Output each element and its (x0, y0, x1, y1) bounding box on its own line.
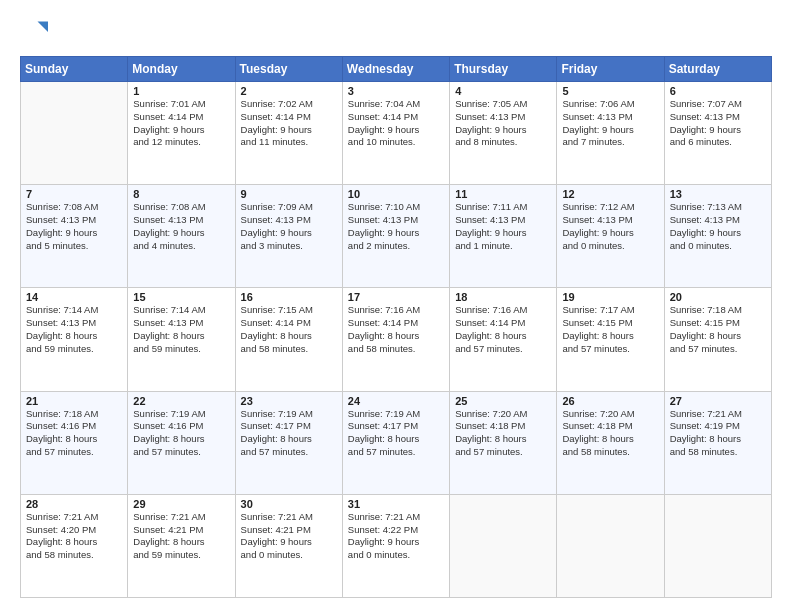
header-day-saturday: Saturday (664, 57, 771, 82)
week-row-2: 14Sunrise: 7:14 AM Sunset: 4:13 PM Dayli… (21, 288, 772, 391)
calendar-cell: 15Sunrise: 7:14 AM Sunset: 4:13 PM Dayli… (128, 288, 235, 391)
day-number: 8 (133, 188, 229, 200)
day-info: Sunrise: 7:18 AM Sunset: 4:16 PM Dayligh… (26, 408, 122, 459)
logo (20, 18, 52, 46)
day-number: 13 (670, 188, 766, 200)
day-info: Sunrise: 7:16 AM Sunset: 4:14 PM Dayligh… (455, 304, 551, 355)
day-number: 10 (348, 188, 444, 200)
calendar-cell: 8Sunrise: 7:08 AM Sunset: 4:13 PM Daylig… (128, 185, 235, 288)
calendar-cell (664, 494, 771, 597)
calendar-cell: 14Sunrise: 7:14 AM Sunset: 4:13 PM Dayli… (21, 288, 128, 391)
day-info: Sunrise: 7:08 AM Sunset: 4:13 PM Dayligh… (133, 201, 229, 252)
day-number: 2 (241, 85, 337, 97)
day-info: Sunrise: 7:14 AM Sunset: 4:13 PM Dayligh… (133, 304, 229, 355)
day-info: Sunrise: 7:16 AM Sunset: 4:14 PM Dayligh… (348, 304, 444, 355)
day-number: 21 (26, 395, 122, 407)
day-number: 14 (26, 291, 122, 303)
day-number: 30 (241, 498, 337, 510)
calendar-cell: 27Sunrise: 7:21 AM Sunset: 4:19 PM Dayli… (664, 391, 771, 494)
day-number: 24 (348, 395, 444, 407)
calendar-cell: 28Sunrise: 7:21 AM Sunset: 4:20 PM Dayli… (21, 494, 128, 597)
calendar-cell: 10Sunrise: 7:10 AM Sunset: 4:13 PM Dayli… (342, 185, 449, 288)
day-info: Sunrise: 7:06 AM Sunset: 4:13 PM Dayligh… (562, 98, 658, 149)
day-info: Sunrise: 7:19 AM Sunset: 4:16 PM Dayligh… (133, 408, 229, 459)
day-number: 11 (455, 188, 551, 200)
calendar-cell (21, 82, 128, 185)
day-number: 18 (455, 291, 551, 303)
day-number: 1 (133, 85, 229, 97)
day-number: 22 (133, 395, 229, 407)
calendar-cell: 20Sunrise: 7:18 AM Sunset: 4:15 PM Dayli… (664, 288, 771, 391)
day-info: Sunrise: 7:09 AM Sunset: 4:13 PM Dayligh… (241, 201, 337, 252)
day-info: Sunrise: 7:21 AM Sunset: 4:22 PM Dayligh… (348, 511, 444, 562)
calendar-cell: 7Sunrise: 7:08 AM Sunset: 4:13 PM Daylig… (21, 185, 128, 288)
day-info: Sunrise: 7:12 AM Sunset: 4:13 PM Dayligh… (562, 201, 658, 252)
calendar-cell: 16Sunrise: 7:15 AM Sunset: 4:14 PM Dayli… (235, 288, 342, 391)
svg-marker-0 (38, 22, 49, 33)
calendar-cell: 30Sunrise: 7:21 AM Sunset: 4:21 PM Dayli… (235, 494, 342, 597)
day-number: 31 (348, 498, 444, 510)
calendar-cell: 19Sunrise: 7:17 AM Sunset: 4:15 PM Dayli… (557, 288, 664, 391)
day-number: 17 (348, 291, 444, 303)
day-number: 12 (562, 188, 658, 200)
calendar-cell: 12Sunrise: 7:12 AM Sunset: 4:13 PM Dayli… (557, 185, 664, 288)
day-info: Sunrise: 7:17 AM Sunset: 4:15 PM Dayligh… (562, 304, 658, 355)
day-info: Sunrise: 7:01 AM Sunset: 4:14 PM Dayligh… (133, 98, 229, 149)
calendar-table: SundayMondayTuesdayWednesdayThursdayFrid… (20, 56, 772, 598)
calendar-cell: 2Sunrise: 7:02 AM Sunset: 4:14 PM Daylig… (235, 82, 342, 185)
calendar-cell: 6Sunrise: 7:07 AM Sunset: 4:13 PM Daylig… (664, 82, 771, 185)
day-info: Sunrise: 7:07 AM Sunset: 4:13 PM Dayligh… (670, 98, 766, 149)
calendar-cell (450, 494, 557, 597)
day-info: Sunrise: 7:21 AM Sunset: 4:20 PM Dayligh… (26, 511, 122, 562)
day-info: Sunrise: 7:21 AM Sunset: 4:21 PM Dayligh… (133, 511, 229, 562)
header-day-tuesday: Tuesday (235, 57, 342, 82)
calendar-cell: 24Sunrise: 7:19 AM Sunset: 4:17 PM Dayli… (342, 391, 449, 494)
day-info: Sunrise: 7:05 AM Sunset: 4:13 PM Dayligh… (455, 98, 551, 149)
day-number: 19 (562, 291, 658, 303)
header-day-thursday: Thursday (450, 57, 557, 82)
calendar-cell: 17Sunrise: 7:16 AM Sunset: 4:14 PM Dayli… (342, 288, 449, 391)
day-info: Sunrise: 7:19 AM Sunset: 4:17 PM Dayligh… (348, 408, 444, 459)
calendar-body: 1Sunrise: 7:01 AM Sunset: 4:14 PM Daylig… (21, 82, 772, 598)
calendar-cell: 25Sunrise: 7:20 AM Sunset: 4:18 PM Dayli… (450, 391, 557, 494)
day-info: Sunrise: 7:18 AM Sunset: 4:15 PM Dayligh… (670, 304, 766, 355)
day-number: 15 (133, 291, 229, 303)
week-row-3: 21Sunrise: 7:18 AM Sunset: 4:16 PM Dayli… (21, 391, 772, 494)
logo-icon (20, 18, 48, 46)
header-row: SundayMondayTuesdayWednesdayThursdayFrid… (21, 57, 772, 82)
day-number: 26 (562, 395, 658, 407)
day-info: Sunrise: 7:08 AM Sunset: 4:13 PM Dayligh… (26, 201, 122, 252)
day-info: Sunrise: 7:20 AM Sunset: 4:18 PM Dayligh… (455, 408, 551, 459)
day-info: Sunrise: 7:13 AM Sunset: 4:13 PM Dayligh… (670, 201, 766, 252)
day-number: 25 (455, 395, 551, 407)
calendar-cell (557, 494, 664, 597)
day-info: Sunrise: 7:14 AM Sunset: 4:13 PM Dayligh… (26, 304, 122, 355)
day-number: 16 (241, 291, 337, 303)
week-row-4: 28Sunrise: 7:21 AM Sunset: 4:20 PM Dayli… (21, 494, 772, 597)
calendar-cell: 9Sunrise: 7:09 AM Sunset: 4:13 PM Daylig… (235, 185, 342, 288)
calendar-cell: 3Sunrise: 7:04 AM Sunset: 4:14 PM Daylig… (342, 82, 449, 185)
day-number: 3 (348, 85, 444, 97)
day-number: 29 (133, 498, 229, 510)
day-info: Sunrise: 7:21 AM Sunset: 4:19 PM Dayligh… (670, 408, 766, 459)
calendar-cell: 21Sunrise: 7:18 AM Sunset: 4:16 PM Dayli… (21, 391, 128, 494)
calendar-cell: 18Sunrise: 7:16 AM Sunset: 4:14 PM Dayli… (450, 288, 557, 391)
page: SundayMondayTuesdayWednesdayThursdayFrid… (0, 0, 792, 612)
day-info: Sunrise: 7:20 AM Sunset: 4:18 PM Dayligh… (562, 408, 658, 459)
calendar-cell: 4Sunrise: 7:05 AM Sunset: 4:13 PM Daylig… (450, 82, 557, 185)
calendar-cell: 23Sunrise: 7:19 AM Sunset: 4:17 PM Dayli… (235, 391, 342, 494)
header-day-monday: Monday (128, 57, 235, 82)
header-day-friday: Friday (557, 57, 664, 82)
calendar-cell: 31Sunrise: 7:21 AM Sunset: 4:22 PM Dayli… (342, 494, 449, 597)
calendar-cell: 5Sunrise: 7:06 AM Sunset: 4:13 PM Daylig… (557, 82, 664, 185)
calendar-header: SundayMondayTuesdayWednesdayThursdayFrid… (21, 57, 772, 82)
calendar-cell: 29Sunrise: 7:21 AM Sunset: 4:21 PM Dayli… (128, 494, 235, 597)
day-number: 20 (670, 291, 766, 303)
week-row-1: 7Sunrise: 7:08 AM Sunset: 4:13 PM Daylig… (21, 185, 772, 288)
day-number: 4 (455, 85, 551, 97)
day-info: Sunrise: 7:19 AM Sunset: 4:17 PM Dayligh… (241, 408, 337, 459)
day-info: Sunrise: 7:10 AM Sunset: 4:13 PM Dayligh… (348, 201, 444, 252)
day-number: 5 (562, 85, 658, 97)
day-number: 9 (241, 188, 337, 200)
day-info: Sunrise: 7:21 AM Sunset: 4:21 PM Dayligh… (241, 511, 337, 562)
